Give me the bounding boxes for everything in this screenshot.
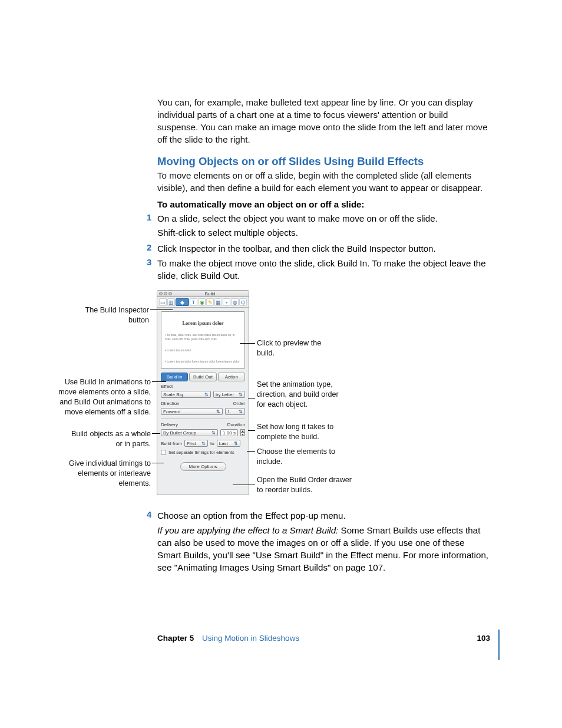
quicktime-inspector-icon[interactable]: Q	[239, 298, 247, 306]
intro-paragraph: You can, for example, make bulleted text…	[157, 97, 490, 146]
chevron-down-icon: ⇅	[239, 392, 243, 397]
duration-stepper[interactable]: ▲▼	[240, 429, 245, 436]
duration-label: Duration	[216, 422, 245, 427]
delivery-mode-select[interactable]: by Letter⇅	[213, 391, 245, 398]
delivery-value: By Bullet Group	[163, 430, 196, 436]
separate-timings-checkbox[interactable]	[161, 450, 166, 455]
callout-build-parts: Build objects as a whole or in parts.	[68, 429, 151, 449]
direction-select[interactable]: Forward⇅	[161, 408, 223, 415]
callout-line	[240, 343, 255, 344]
preview-bullet-3: • Lorem ipsum dolor lorem ipsum dolor lo…	[165, 360, 241, 364]
callout-preview: Click to preview the build.	[257, 338, 339, 358]
chevron-down-icon: ⇅	[201, 441, 206, 446]
callout-line	[152, 433, 160, 434]
table-inspector-icon[interactable]: ▦	[214, 298, 222, 306]
build-inspector-icon[interactable]: ◆	[176, 298, 189, 306]
inspector-tabbar: ▭ ▥ ◆ T ◉ ✎ ▦ ⫟ ◍ Q	[157, 297, 249, 308]
build-from-value: First	[187, 441, 196, 446]
build-tabs: Build In Build Out Action	[161, 373, 245, 381]
build-preview[interactable]: Lorem ipsum dolor • To cras, dolor cras,…	[161, 311, 245, 369]
page-number: 103	[477, 634, 490, 643]
chart-inspector-icon[interactable]: ⫟	[223, 298, 230, 306]
footer-accent-bar	[498, 630, 500, 660]
chapter-name: Using Motion in Slideshows	[202, 634, 299, 643]
hyperlink-inspector-icon[interactable]: ◍	[231, 298, 239, 306]
chevron-down-icon: ⇅	[239, 409, 243, 414]
build-from-label: Build from	[161, 441, 182, 446]
chevron-down-icon: ⇅	[216, 409, 220, 414]
chapter-label: Chapter 5	[157, 634, 194, 643]
order-value: 1	[227, 409, 230, 414]
page-footer: Chapter 5 Using Motion in Slideshows 103	[157, 634, 490, 643]
preview-bullet-1: • To cras, dolor cras, sed cras class ip…	[165, 333, 241, 341]
callout-include: Choose the elements to include.	[257, 447, 351, 467]
step-number-2: 2	[147, 243, 151, 252]
delivery-label: Delivery	[161, 422, 213, 427]
order-label: Order	[222, 401, 245, 406]
separate-timings-label: Set separate timings for elements	[168, 450, 234, 455]
form-divider	[161, 419, 245, 419]
step-4-note: If you are applying the effect to a Smar…	[157, 525, 490, 574]
zoom-icon[interactable]	[168, 292, 172, 295]
effect-select[interactable]: Scale Big⇅	[161, 391, 211, 398]
panel-title: Build	[173, 291, 247, 297]
callout-line	[248, 430, 255, 431]
build-to-select[interactable]: Last⇅	[217, 440, 240, 447]
step-number-3: 3	[147, 258, 151, 267]
callout-duration: Set how long it takes to complete the bu…	[257, 422, 345, 442]
chevron-down-icon: ⇅	[204, 392, 209, 397]
more-options-button[interactable]: More Options	[180, 462, 226, 471]
callout-line	[150, 309, 173, 310]
step-number-4: 4	[147, 510, 151, 519]
tab-build-out[interactable]: Build Out	[189, 373, 216, 381]
effect-label: Effect	[161, 384, 245, 389]
build-inspector-panel: Build ▭ ▥ ◆ T ◉ ✎ ▦ ⫟ ◍ Q Lorem ipsum do…	[157, 290, 249, 495]
step-4: Choose an option from the Effect pop-up …	[157, 510, 490, 522]
delivery-mode-value: by Letter	[216, 392, 234, 397]
step-3: To make the object move onto the slide, …	[157, 258, 490, 282]
delivery-select[interactable]: By Bullet Group⇅	[161, 429, 218, 436]
document-inspector-icon[interactable]: ▭	[159, 298, 167, 306]
text-inspector-icon[interactable]: T	[190, 298, 197, 306]
close-icon[interactable]	[159, 292, 163, 295]
build-to-value: Last	[219, 441, 228, 446]
build-form: Effect Scale Big⇅ by Letter⇅ Direction O…	[161, 384, 245, 415]
direction-label: Direction	[161, 401, 219, 406]
section-heading: Moving Objects on or off Slides Using Bu…	[157, 155, 424, 168]
section-body: To move elements on or off a slide, begi…	[157, 170, 490, 195]
tab-action[interactable]: Action	[218, 373, 245, 381]
duration-field[interactable]: 1.00 s	[220, 429, 238, 436]
direction-value: Forward	[163, 409, 180, 414]
chevron-down-icon: ⇅	[211, 430, 216, 436]
minimize-icon[interactable]	[164, 292, 167, 295]
callout-inspector-button: The Build Inspector button	[67, 305, 149, 325]
effect-value: Scale Big	[163, 392, 183, 397]
build-from-select[interactable]: First⇅	[184, 440, 208, 447]
chevron-down-icon: ⇅	[234, 441, 238, 446]
callout-line	[152, 463, 164, 463]
callout-line	[247, 451, 255, 452]
metrics-inspector-icon[interactable]: ✎	[206, 298, 214, 306]
callout-line	[248, 398, 255, 398]
build-to-label: to	[210, 441, 214, 446]
page: You can, for example, make bulleted text…	[0, 0, 562, 728]
callout-build-order-drawer: Open the Build Order drawer to reorder b…	[257, 475, 357, 495]
callout-timings: Give individual timings to elements or i…	[57, 459, 151, 489]
step-1-note: Shift-click to select multiple objects.	[157, 227, 490, 239]
preview-headline: Lorem ipsum dolor	[165, 320, 241, 326]
tab-build-in[interactable]: Build In	[161, 373, 188, 381]
callout-line	[233, 485, 255, 485]
panel-titlebar: Build	[157, 291, 249, 297]
step-2: Click Inspector in the toolbar, and then…	[157, 243, 490, 255]
callout-build-in-out: Use Build In animations to move elements…	[57, 377, 151, 417]
callout-animation-type: Set the animation type, direction, and b…	[257, 380, 345, 410]
procedure-lead: To automatically move an object on or of…	[157, 199, 364, 209]
preview-bullet-2: • Lorem ipsum dolor	[165, 348, 241, 353]
callout-line	[152, 381, 166, 382]
step-1: On a slide, select the object you want t…	[157, 213, 490, 225]
step-4-note-emphasis: If you are applying the effect to a Smar…	[157, 525, 338, 535]
slide-inspector-icon[interactable]: ▥	[167, 298, 175, 306]
step-number-1: 1	[147, 213, 151, 222]
order-select[interactable]: 1⇅	[225, 408, 245, 415]
graphic-inspector-icon[interactable]: ◉	[198, 298, 206, 306]
